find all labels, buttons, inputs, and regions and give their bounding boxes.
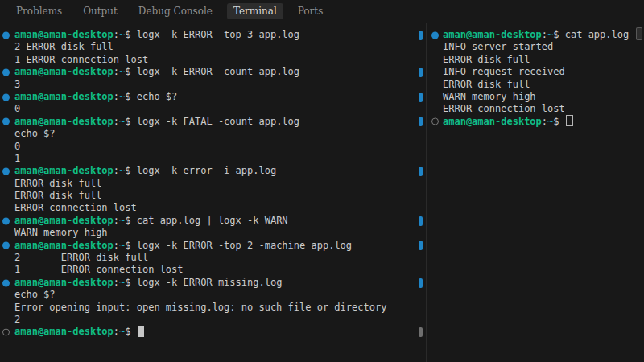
terminal-line: Error opening input: open missing.log: n… xyxy=(0,302,426,314)
prompt-user: aman@aman-desktop xyxy=(14,326,114,337)
terminal-line: 3 xyxy=(0,79,426,91)
terminal-line: aman@aman-desktop:~$ logx -k ERROR missi… xyxy=(0,277,426,289)
prompt-dollar: $ xyxy=(125,277,136,288)
overview-ruler-mark xyxy=(419,68,423,77)
scrollbar-left[interactable] xyxy=(418,23,426,362)
prompt-colon: : xyxy=(114,116,119,127)
output-text: 3 xyxy=(14,79,20,90)
output-text: ERROR disk full xyxy=(443,54,530,65)
terminal-line: ERROR connection lost xyxy=(427,103,644,115)
prompt-dollar: $ xyxy=(125,91,136,102)
prompt-user: aman@aman-desktop xyxy=(14,91,114,102)
terminal-line: 1 ERROR connection lost xyxy=(0,54,426,66)
terminal-cursor xyxy=(138,326,144,337)
output-text: WARN memory high xyxy=(14,227,108,238)
tab-terminal[interactable]: Terminal xyxy=(227,3,283,19)
tab-output[interactable]: Output xyxy=(76,3,124,19)
output-text: WARN memory high xyxy=(443,91,536,102)
terminal-line: aman@aman-desktop:~$ cat app.log | logx … xyxy=(0,215,426,227)
output-text: ERROR disk full xyxy=(14,190,101,201)
tab-problems[interactable]: Problems xyxy=(10,3,68,19)
prompt-dollar: $ xyxy=(125,29,136,40)
command-decoration-icon[interactable] xyxy=(431,31,439,39)
terminal-line: aman@aman-desktop:~$ logx -k ERROR -top … xyxy=(0,29,426,41)
overview-ruler-mark xyxy=(419,216,423,226)
command-text: cat app.log | logx -k WARN xyxy=(137,215,288,226)
overview-ruler-mark xyxy=(419,117,423,126)
command-decoration-icon[interactable] xyxy=(2,93,10,101)
overview-ruler-mark xyxy=(419,327,423,337)
vscode-panel: ProblemsOutputDebug ConsoleTerminalPorts… xyxy=(0,0,644,362)
scrollbar-slider[interactable] xyxy=(636,27,642,40)
prompt-user: aman@aman-desktop xyxy=(14,165,114,176)
command-decoration-icon[interactable] xyxy=(2,167,10,175)
prompt-dollar: $ xyxy=(125,66,136,77)
prompt-dollar: $ xyxy=(125,240,136,251)
prompt-dollar: $ xyxy=(125,326,136,337)
command-decoration-icon[interactable] xyxy=(2,279,10,286)
output-text: INFO request received xyxy=(443,66,565,77)
overview-ruler-mark xyxy=(419,93,423,102)
prompt-user: aman@aman-desktop xyxy=(14,215,114,226)
terminal-line: INFO server started xyxy=(427,41,644,53)
output-text: echo $? xyxy=(14,289,56,300)
output-text: 0 xyxy=(14,103,20,114)
command-decoration-icon[interactable] xyxy=(2,31,10,39)
tab-debug-console[interactable]: Debug Console xyxy=(132,3,219,19)
scrollbar-right[interactable] xyxy=(636,23,644,362)
command-decoration-icon[interactable] xyxy=(2,242,10,249)
command-text: logx -k ERROR -top 3 app.log xyxy=(137,29,299,40)
output-text: echo $? xyxy=(14,128,56,139)
terminal-line: WARN memory high xyxy=(0,227,426,239)
terminal-pane-left[interactable]: aman@aman-desktop:~$ logx -k ERROR -top … xyxy=(0,23,426,362)
command-decoration-icon[interactable] xyxy=(2,68,10,76)
output-text: 1 ERROR connection lost xyxy=(14,264,184,275)
output-text: 2 ERROR disk full xyxy=(14,41,114,52)
command-text: echo $? xyxy=(137,91,178,102)
panel-tab-bar: ProblemsOutputDebug ConsoleTerminalPorts xyxy=(0,0,644,23)
output-text: ERROR disk full xyxy=(443,79,530,90)
prompt-colon: : xyxy=(114,277,119,288)
command-decoration-icon[interactable] xyxy=(431,118,439,125)
command-decoration-icon[interactable] xyxy=(2,329,10,336)
prompt-dollar: $ xyxy=(553,29,564,40)
terminal-pane-right[interactable]: aman@aman-desktop:~$ cat app.logINFO ser… xyxy=(427,23,644,362)
output-text: INFO server started xyxy=(443,41,553,52)
terminal-line: aman@aman-desktop:~$ logx -k FATAL -coun… xyxy=(0,116,426,128)
prompt-user: aman@aman-desktop xyxy=(14,116,114,127)
prompt-user: aman@aman-desktop xyxy=(14,277,114,288)
command-decoration-icon[interactable] xyxy=(2,217,10,224)
command-text: logx -k FATAL -count app.log xyxy=(137,116,299,127)
terminal-line: 2 ERROR disk full xyxy=(0,252,426,264)
prompt-colon: : xyxy=(114,240,119,251)
prompt-user: aman@aman-desktop xyxy=(14,29,114,40)
prompt-colon: : xyxy=(542,29,547,40)
tab-ports[interactable]: Ports xyxy=(291,3,330,19)
terminal-line: 0 xyxy=(0,103,426,115)
terminal-line: ERROR connection lost xyxy=(0,202,426,214)
output-text: 1 ERROR connection lost xyxy=(14,54,148,65)
command-decoration-icon[interactable] xyxy=(2,118,10,125)
overview-ruler-mark xyxy=(419,278,423,288)
terminal-cursor xyxy=(566,115,573,126)
output-text: ERROR connection lost xyxy=(443,103,565,114)
prompt-colon: : xyxy=(542,116,547,127)
terminal-line: aman@aman-desktop:~$ xyxy=(427,116,644,128)
command-text: cat app.log xyxy=(565,29,629,40)
terminal-line: aman@aman-desktop:~$ logx -k ERROR -top … xyxy=(0,240,426,252)
terminal-line: aman@aman-desktop:~$ logx -k ERROR -coun… xyxy=(0,66,426,78)
prompt-user: aman@aman-desktop xyxy=(443,29,542,40)
terminal-line: 1 xyxy=(0,153,426,165)
terminal-split-container: aman@aman-desktop:~$ logx -k ERROR -top … xyxy=(0,23,644,362)
terminal-line: 2 xyxy=(0,314,426,326)
terminal-line: WARN memory high xyxy=(427,91,644,103)
prompt-dollar: $ xyxy=(125,215,136,226)
command-text: logx -k ERROR missing.log xyxy=(137,277,283,288)
terminal-line: aman@aman-desktop:~$ logx -k error -i ap… xyxy=(0,165,426,177)
prompt-colon: : xyxy=(114,29,119,40)
terminal-line: 2 ERROR disk full xyxy=(0,41,426,53)
prompt-colon: : xyxy=(114,326,119,337)
terminal-line: aman@aman-desktop:~$ xyxy=(0,326,426,338)
terminal-line: 1 ERROR connection lost xyxy=(0,264,426,276)
terminal-line: ERROR disk full xyxy=(427,79,644,91)
